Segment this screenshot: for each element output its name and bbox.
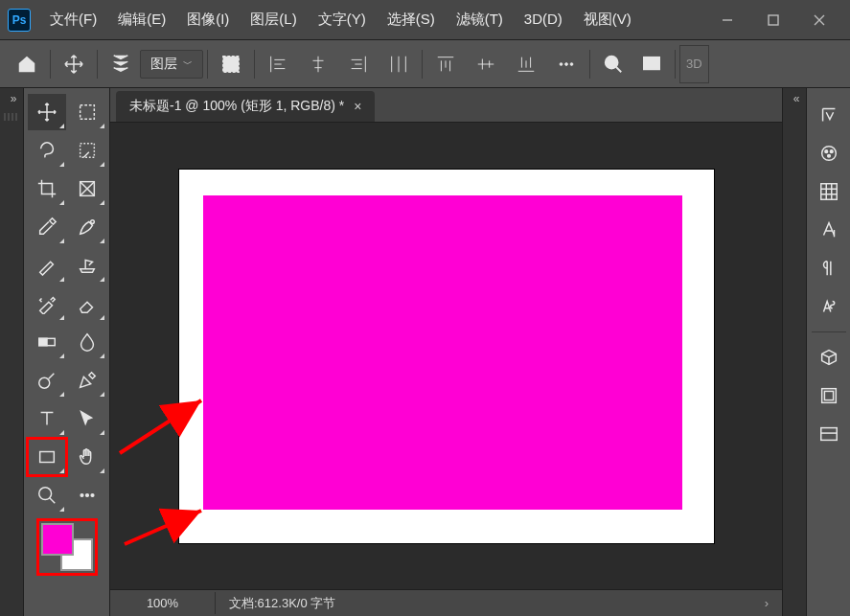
flyout-indicator-icon	[59, 468, 64, 473]
menu-edit[interactable]: 编辑(E)	[108, 7, 175, 33]
svg-rect-7	[80, 105, 94, 120]
menu-layer[interactable]: 图层(L)	[241, 7, 306, 33]
status-doc-info[interactable]: 文档:612.3K/0 字节	[216, 595, 349, 612]
flyout-indicator-icon	[59, 239, 64, 243]
svg-point-2	[560, 62, 563, 65]
rectangle-tool[interactable]	[28, 439, 66, 475]
character-panel[interactable]	[810, 211, 848, 249]
window-controls	[704, 5, 842, 35]
gradient-tool[interactable]	[28, 324, 66, 360]
menubar: Ps 文件(F) 编辑(E) 图像(I) 图层(L) 文字(Y) 选择(S) 滤…	[0, 0, 850, 40]
distribute-h-icon[interactable]	[379, 45, 418, 83]
blur-tool[interactable]	[68, 324, 106, 360]
svg-point-4	[570, 62, 573, 65]
align-left-icon[interactable]	[259, 45, 297, 83]
menu-type[interactable]: 文字(Y)	[309, 7, 376, 33]
magic-wand-tool[interactable]	[68, 132, 106, 169]
separator	[254, 50, 255, 79]
svg-rect-8	[80, 144, 94, 158]
brush-tool[interactable]	[28, 247, 66, 284]
history-brush-tool[interactable]	[28, 285, 66, 322]
align-hcenter-icon[interactable]	[299, 45, 337, 83]
align-vcenter-icon[interactable]	[467, 45, 505, 83]
minimize-button[interactable]	[704, 5, 750, 35]
menu-image[interactable]: 图像(I)	[177, 7, 239, 33]
color-swatches[interactable]	[41, 523, 93, 571]
eraser-tool[interactable]	[68, 285, 106, 322]
crop-tool[interactable]	[28, 171, 66, 207]
right-panel-gutter[interactable]: «	[782, 88, 806, 616]
separator	[50, 50, 51, 79]
clone-stamp-tool[interactable]	[68, 247, 106, 284]
edit-toolbar[interactable]	[68, 477, 106, 513]
close-tab-icon[interactable]: ×	[354, 99, 361, 114]
auto-select-icon[interactable]	[102, 45, 140, 83]
drag-grip-icon	[4, 113, 20, 121]
frame-tool[interactable]	[68, 171, 106, 207]
options-bar: 图层 ﹀ 3D	[0, 40, 850, 88]
menu-3d[interactable]: 3D(D)	[515, 7, 572, 33]
left-panel-gutter[interactable]: »	[0, 88, 24, 616]
status-expand-icon[interactable]: ›	[751, 596, 782, 610]
flyout-indicator-icon	[59, 354, 64, 358]
transform-controls-icon[interactable]	[212, 45, 250, 83]
glyph-panel[interactable]	[810, 287, 848, 326]
channels-panel[interactable]	[810, 415, 848, 453]
move-transform-icon[interactable]	[55, 45, 93, 83]
dodge-tool[interactable]	[28, 362, 66, 399]
path-select-tool[interactable]	[68, 400, 106, 437]
3d-mode-button[interactable]: 3D	[679, 45, 709, 83]
document-area: 未标题-1 @ 100% (矩形 1, RGB/8) * × 100% 文	[110, 88, 782, 616]
lasso-tool[interactable]	[28, 132, 66, 169]
home-button[interactable]	[8, 45, 46, 83]
align-right-icon[interactable]	[339, 45, 378, 83]
search-icon[interactable]	[594, 45, 632, 83]
more-align-icon[interactable]	[547, 45, 586, 83]
paragraph-panel[interactable]	[810, 249, 848, 287]
spot-heal-tool[interactable]	[68, 209, 106, 245]
align-bottom-icon[interactable]	[507, 45, 545, 83]
swatches-panel[interactable]	[810, 172, 848, 211]
flyout-indicator-icon	[59, 392, 64, 397]
svg-rect-14	[39, 452, 54, 463]
svg-point-22	[824, 150, 827, 153]
marquee-tool[interactable]	[68, 94, 106, 130]
document-canvas[interactable]	[178, 169, 715, 544]
collapse-left-icon: »	[11, 92, 13, 105]
document-tabs: 未标题-1 @ 100% (矩形 1, RGB/8) * ×	[110, 88, 782, 123]
separator	[422, 50, 423, 79]
pen-tool[interactable]	[68, 362, 106, 399]
menu-filter[interactable]: 滤镜(T)	[447, 7, 513, 33]
move-tool[interactable]	[28, 94, 66, 130]
menu-view[interactable]: 视图(V)	[574, 7, 641, 33]
flyout-indicator-icon	[100, 124, 104, 128]
flyout-indicator-icon	[100, 239, 104, 243]
svg-point-16	[80, 494, 83, 497]
auto-select-dropdown[interactable]: 图层 ﹀	[140, 50, 203, 79]
foreground-color-swatch[interactable]	[41, 523, 74, 556]
close-button[interactable]	[796, 5, 842, 35]
type-tool[interactable]	[28, 400, 66, 437]
menu-select[interactable]: 选择(S)	[378, 7, 445, 33]
canvas-viewport[interactable]	[110, 123, 782, 589]
eyedropper-tool[interactable]	[28, 209, 66, 245]
separator	[675, 50, 676, 79]
layers-panel[interactable]	[810, 376, 848, 415]
document-tab[interactable]: 未标题-1 @ 100% (矩形 1, RGB/8) * ×	[116, 91, 375, 122]
3d-panel[interactable]	[810, 338, 848, 376]
rectangle-shape-1[interactable]	[203, 195, 682, 510]
status-zoom[interactable]: 100%	[110, 592, 216, 614]
menu-file[interactable]: 文件(F)	[40, 7, 106, 33]
zoom-tool[interactable]	[28, 477, 66, 513]
history-panel[interactable]	[810, 96, 848, 134]
color-panel[interactable]	[810, 134, 848, 172]
flyout-indicator-icon	[100, 392, 104, 397]
maximize-button[interactable]	[750, 5, 796, 35]
view-mode-icon[interactable]	[632, 45, 671, 83]
svg-point-15	[38, 488, 51, 500]
flyout-indicator-icon	[100, 162, 104, 167]
right-panels	[806, 88, 850, 616]
align-top-icon[interactable]	[426, 45, 465, 83]
hand-tool[interactable]	[68, 439, 106, 475]
collapse-right-icon: «	[793, 92, 796, 105]
